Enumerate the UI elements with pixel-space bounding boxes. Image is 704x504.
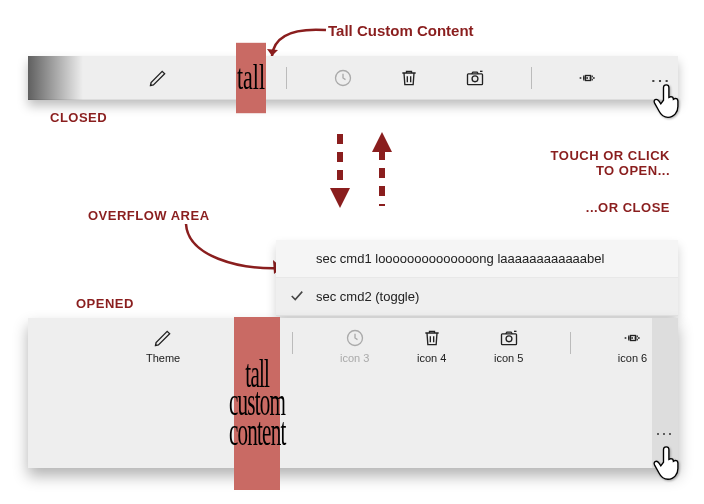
pencil-icon — [153, 328, 173, 348]
tall-content-label: Tall Custom Content — [328, 22, 474, 39]
opened-label: OPENED — [76, 296, 134, 311]
trash-icon — [422, 328, 442, 348]
closed-label: CLOSED — [50, 110, 107, 125]
tall-badge-text: tall — [237, 57, 265, 99]
arrow-down-icon — [328, 130, 352, 210]
pencil-icon[interactable] — [148, 68, 168, 88]
separator — [531, 67, 532, 89]
open-item-icon6[interactable]: icon 6 — [617, 328, 648, 364]
crop-icon[interactable] — [578, 68, 598, 88]
clock-icon[interactable] — [333, 68, 353, 88]
opened-icons-row: Theme icon 3 icon 4 icon 5 — [146, 328, 648, 384]
separator — [286, 67, 287, 89]
open-item-label: icon 3 — [340, 352, 369, 364]
open-item-icon5[interactable]: icon 5 — [493, 328, 524, 364]
touch-to-open-label: TOUCH OR CLICK TO OPEN... — [551, 148, 670, 178]
tall-line: content — [229, 413, 286, 452]
overflow-menu: sec cmd1 loooooooooooooong laaaaaaaaaaaa… — [276, 240, 678, 316]
trash-icon[interactable] — [399, 68, 419, 88]
open-item-label: icon 4 — [417, 352, 446, 364]
closed-icons-row — [148, 56, 654, 100]
clock-icon — [345, 328, 365, 348]
tall-content-badge-closed: tall — [236, 43, 266, 113]
overflow-item-label: sec cmd1 loooooooooooooong laaaaaaaaaaaa… — [316, 251, 604, 266]
svg-point-8 — [506, 336, 512, 342]
tall-content-badge-opened: tall custom content — [234, 317, 280, 489]
svg-point-2 — [472, 76, 478, 82]
separator — [570, 332, 571, 354]
open-item-icon4[interactable]: icon 4 — [416, 328, 447, 364]
arrow-up-icon — [370, 130, 394, 210]
camera-icon[interactable] — [465, 68, 485, 88]
separator — [292, 332, 293, 354]
overflow-item-label: sec cmd2 (toggle) — [316, 289, 419, 304]
ellipsis-glyph: ⋯ — [655, 422, 675, 444]
overflow-item-1[interactable]: sec cmd1 loooooooooooooong laaaaaaaaaaaa… — [276, 240, 678, 277]
command-bar-closed — [28, 56, 678, 100]
hand-pointer-icon — [650, 80, 686, 124]
check-icon — [290, 289, 304, 303]
fade-gradient — [28, 56, 83, 100]
open-item-label: icon 5 — [494, 352, 523, 364]
overflow-item-2[interactable]: sec cmd2 (toggle) — [276, 277, 678, 315]
crop-icon — [623, 328, 643, 348]
open-item-theme[interactable]: Theme — [146, 328, 180, 364]
camera-icon — [499, 328, 519, 348]
open-item-label: icon 6 — [618, 352, 647, 364]
annotation-arrow-tall-icon — [266, 24, 336, 64]
open-item-label: Theme — [146, 352, 180, 364]
or-close-label: ...OR CLOSE — [586, 200, 670, 215]
command-bar-opened: Theme icon 3 icon 4 icon 5 — [28, 318, 678, 468]
hand-pointer-icon — [650, 442, 686, 486]
open-item-icon3[interactable]: icon 3 — [339, 328, 370, 364]
